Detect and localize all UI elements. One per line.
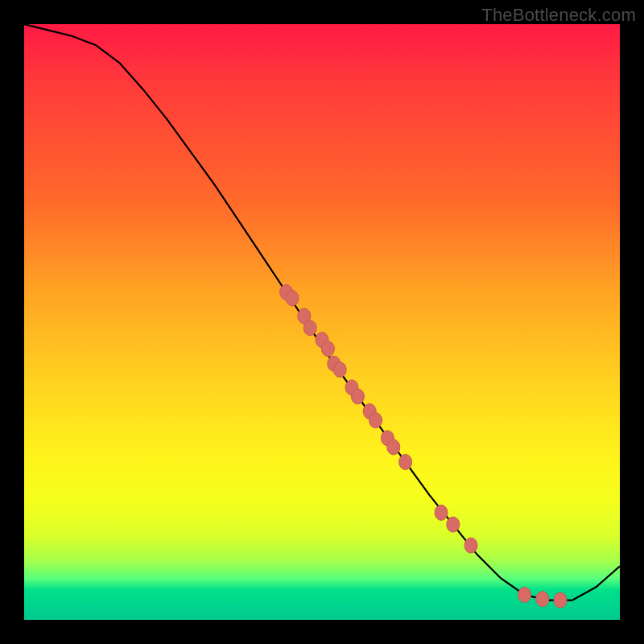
chart-frame: TheBottleneck.com	[0, 0, 644, 644]
data-marker	[333, 362, 346, 378]
data-marker	[435, 505, 448, 520]
data-marker	[536, 592, 549, 607]
data-marker	[464, 538, 477, 553]
data-marker	[369, 413, 382, 428]
data-marker	[387, 440, 400, 455]
data-marker	[399, 454, 412, 469]
data-marker	[518, 587, 531, 602]
data-marker	[286, 291, 299, 306]
data-marker	[554, 592, 567, 608]
chart-overlay	[24, 24, 620, 620]
watermark-text: TheBottleneck.com	[481, 5, 636, 26]
bottleneck-curve	[24, 24, 620, 601]
marker-cluster	[280, 285, 567, 609]
data-marker	[303, 320, 316, 336]
data-marker	[351, 389, 364, 404]
data-marker	[447, 517, 460, 532]
data-marker	[321, 341, 334, 357]
